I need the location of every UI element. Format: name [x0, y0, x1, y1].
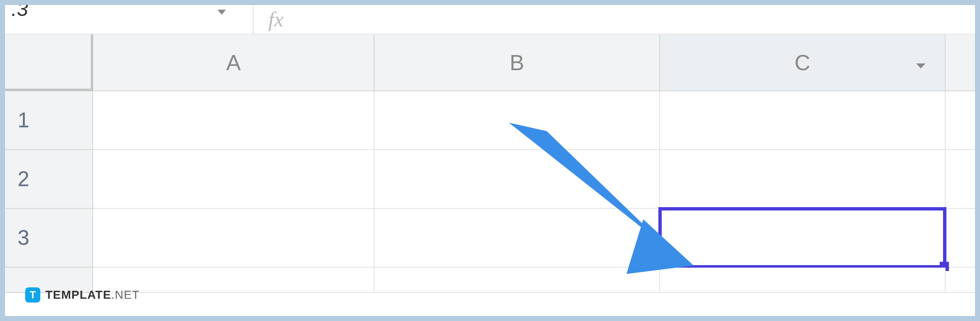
column-label: A: [226, 50, 241, 75]
watermark-brand: TEMPLATE: [45, 288, 111, 301]
row-2: 2: [5, 150, 975, 209]
cell-c1[interactable]: [660, 91, 946, 150]
formula-bar: .3 fx: [5, 5, 975, 34]
column-header-b[interactable]: B: [375, 34, 660, 91]
column-header-row: A B C: [5, 34, 975, 91]
watermark-logo-icon: T: [25, 287, 40, 303]
cell-b4[interactable]: [375, 268, 660, 293]
row-4-partial: [5, 268, 975, 293]
row-header-2[interactable]: 2: [5, 150, 93, 209]
formula-input-area[interactable]: fx: [254, 5, 283, 34]
row-label: 2: [18, 167, 29, 191]
cell-c2[interactable]: [660, 150, 946, 209]
name-box[interactable]: .3: [5, 5, 253, 34]
sheet-grid: A B C 1 2: [5, 34, 975, 316]
name-box-dropdown-icon[interactable]: [216, 5, 228, 18]
watermark-tld: .NET: [111, 288, 140, 301]
select-all-corner[interactable]: [5, 34, 93, 91]
fx-icon: fx: [268, 7, 283, 32]
watermark: T TEMPLATE.NET: [25, 287, 140, 303]
cell-d3[interactable]: [946, 209, 975, 268]
column-header-c[interactable]: C: [660, 34, 946, 91]
cell-b2[interactable]: [375, 150, 660, 209]
selection-outline: [658, 207, 946, 268]
cell-c3-selected[interactable]: [660, 209, 946, 268]
watermark-icon-letter: T: [30, 289, 36, 301]
cell-c4[interactable]: [660, 268, 946, 293]
row-1: 1: [5, 91, 975, 150]
column-label: B: [510, 50, 524, 75]
row-3: 3: [5, 209, 975, 268]
column-label: C: [794, 50, 810, 75]
cell-b3[interactable]: [375, 209, 660, 268]
row-header-1[interactable]: 1: [5, 91, 93, 150]
cell-b1[interactable]: [375, 91, 660, 150]
column-header-a[interactable]: A: [93, 34, 375, 91]
svg-marker-1: [916, 63, 925, 68]
cell-d1[interactable]: [946, 91, 975, 150]
row-label: 3: [18, 226, 29, 250]
cell-a2[interactable]: [93, 150, 375, 209]
column-dropdown-icon[interactable]: [914, 50, 928, 75]
column-header-next[interactable]: [946, 34, 975, 91]
row-label: 1: [18, 108, 29, 132]
row-header-3[interactable]: 3: [5, 209, 93, 268]
svg-marker-0: [217, 10, 226, 15]
spreadsheet-window: .3 fx A B C: [5, 5, 975, 316]
watermark-text: TEMPLATE.NET: [45, 288, 140, 302]
cell-a1[interactable]: [93, 91, 375, 150]
cell-d4[interactable]: [946, 268, 975, 293]
cell-a3[interactable]: [93, 209, 375, 268]
name-box-value: .3: [11, 5, 28, 21]
cell-d2[interactable]: [946, 150, 975, 209]
